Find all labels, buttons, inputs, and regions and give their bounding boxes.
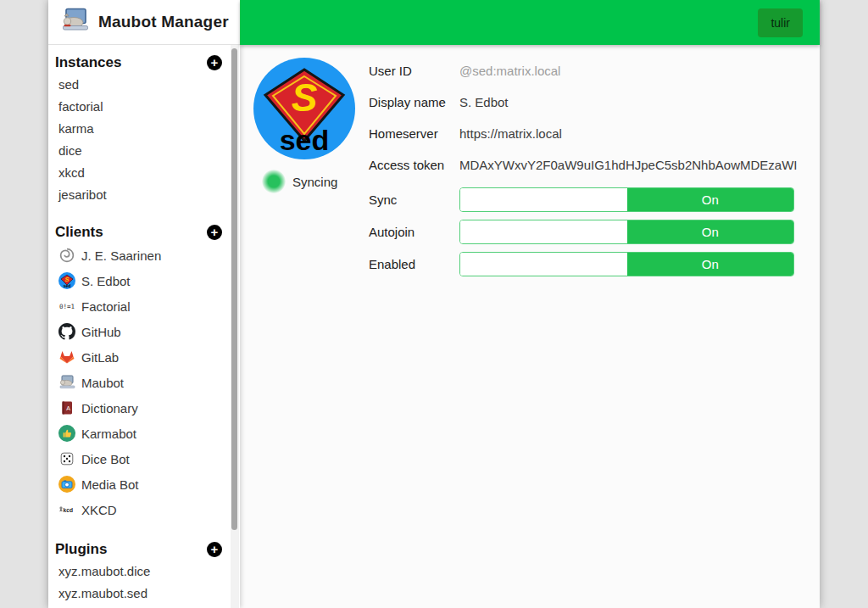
sidebar-item-dice-bot[interactable]: Dice Bot [48, 446, 240, 471]
sidebar-item-factorial[interactable]: factorial [48, 95, 240, 117]
plus-icon: + [211, 226, 219, 239]
field-value-homeserver[interactable]: https://matrix.local [459, 126, 562, 141]
toggle-label-autojoin: Autojoin [369, 225, 459, 239]
avatar-s-glyph: S [292, 75, 318, 120]
client-avatar[interactable]: S sed [253, 58, 355, 159]
sidebar-item-jesaribot[interactable]: jesaribot [48, 183, 240, 205]
dictionary-book-icon: A [58, 399, 75, 416]
sidebar-item-karma[interactable]: karma [48, 117, 240, 139]
dice-icon [58, 450, 75, 467]
user-menu-button[interactable]: tulir [758, 8, 803, 37]
add-plugins-button[interactable]: + [207, 542, 222, 557]
svg-text:A: A [66, 405, 70, 411]
sidebar-item-karmabot[interactable]: Karmabot [48, 421, 240, 446]
top-bar: tulir [240, 0, 820, 45]
sidebar-item-dictionary[interactable]: A Dictionary [48, 395, 240, 421]
toggle-sync[interactable]: On [459, 187, 794, 212]
section-title-instances: Instances [55, 54, 121, 71]
svg-text:kcd: kcd [64, 507, 73, 513]
field-label-homeserver: Homeserver [369, 126, 459, 141]
main-area: tulir S sed Syncing User ID @sed:matrix.… [240, 0, 820, 608]
sidebar-item-xyz-maubot-dice[interactable]: xyz.maubot.dice [48, 560, 240, 582]
sidebar-item-j-e-saarinen[interactable]: J. E. Saarinen [48, 243, 240, 268]
toggle-group: Sync On Autojoin On Enabled On [369, 187, 803, 276]
app-title: Maubot Manager [98, 13, 229, 31]
toggle-state: On [627, 220, 794, 243]
field-value-display-name[interactable]: S. Edbot [459, 95, 509, 109]
toggle-enabled[interactable]: On [459, 252, 794, 276]
thumbs-up-icon [58, 425, 75, 442]
sidebar-section-instances: Instances + sed factorial karma dice xkc… [48, 53, 240, 222]
avatar-text: sed [280, 124, 330, 156]
sidebar-sections: Instances + sed factorial karma dice xkc… [48, 45, 240, 608]
maubot-cat-laptop-icon [61, 8, 90, 36]
gitlab-fox-icon [58, 349, 75, 365]
sidebar-item-dice[interactable]: dice [48, 139, 240, 161]
sidebar-item-s-edbot[interactable]: Ssed S. Edbot [48, 268, 240, 293]
app-header: Maubot Manager [48, 0, 240, 45]
toggle-label-enabled: Enabled [369, 257, 459, 271]
sidebar-item-maubot[interactable]: Maubot [48, 370, 240, 395]
toggle-label-sync: Sync [369, 192, 459, 207]
svg-text:S: S [64, 276, 69, 283]
svg-text:sed: sed [64, 283, 71, 288]
spiral-avatar-icon [58, 247, 75, 264]
client-details-panel: S sed Syncing User ID @sed:matrix.local … [240, 45, 820, 608]
camera-icon [58, 476, 75, 493]
maubot-manager-window: Maubot Manager Instances + sed factorial… [48, 0, 820, 608]
field-label-access-token: Access token [369, 158, 459, 172]
sidebar-item-gitlab[interactable]: GitLab [48, 344, 240, 370]
field-value-access-token[interactable]: MDAxYWxvY2F0aW9uIG1hdHJpeC5sb2NhbAowMDEz… [459, 158, 797, 172]
sidebar: Maubot Manager Instances + sed factorial… [48, 0, 240, 608]
toggle-autojoin[interactable]: On [459, 220, 794, 244]
section-title-plugins: Plugins [55, 541, 107, 558]
maubot-cat-icon [58, 374, 75, 391]
section-title-clients: Clients [55, 224, 103, 241]
sidebar-item-factorial[interactable]: 0!=1 Factorial [48, 293, 240, 319]
client-fields: User ID @sed:matrix.local Display name S… [369, 55, 803, 284]
field-label-display-name: Display name [369, 95, 459, 109]
toggle-state: On [627, 253, 794, 276]
toggle-state: On [627, 188, 794, 211]
sidebar-item-media-bot[interactable]: Media Bot [48, 471, 240, 497]
status-dot-icon [262, 170, 286, 193]
plus-icon: + [211, 543, 219, 556]
sidebar-scrollbar-track[interactable] [231, 45, 239, 608]
factorial-formula-icon: 0!=1 [58, 298, 75, 315]
field-label-user-id: User ID [369, 64, 459, 78]
sidebar-scrollbar-thumb[interactable] [231, 48, 237, 530]
sidebar-item-sed[interactable]: sed [48, 73, 240, 95]
plus-icon: + [211, 56, 219, 70]
xkcd-logo-icon: kcd [58, 501, 75, 518]
sidebar-item-github[interactable]: GitHub [48, 319, 240, 344]
status-text: Syncing [292, 175, 337, 189]
svg-text:0!=1: 0!=1 [59, 303, 75, 310]
sidebar-item-xkcd[interactable]: kcd XKCD [48, 497, 240, 522]
add-instances-button[interactable]: + [207, 55, 222, 70]
sync-status: Syncing [262, 170, 337, 193]
sidebar-section-plugins: Plugins + xyz.maubot.dice xyz.maubot.sed [48, 539, 240, 608]
github-octocat-icon [58, 323, 75, 340]
sidebar-section-clients: Clients + J. E. Saarinen Ssed S. Edbot 0… [48, 222, 240, 539]
add-clients-button[interactable]: + [207, 225, 222, 240]
sidebar-item-xkcd[interactable]: xkcd [48, 161, 240, 183]
sidebar-item-xyz-maubot-sed[interactable]: xyz.maubot.sed [48, 582, 240, 604]
superman-shield-icon: Ssed [58, 272, 75, 289]
field-value-user-id[interactable]: @sed:matrix.local [459, 64, 560, 78]
